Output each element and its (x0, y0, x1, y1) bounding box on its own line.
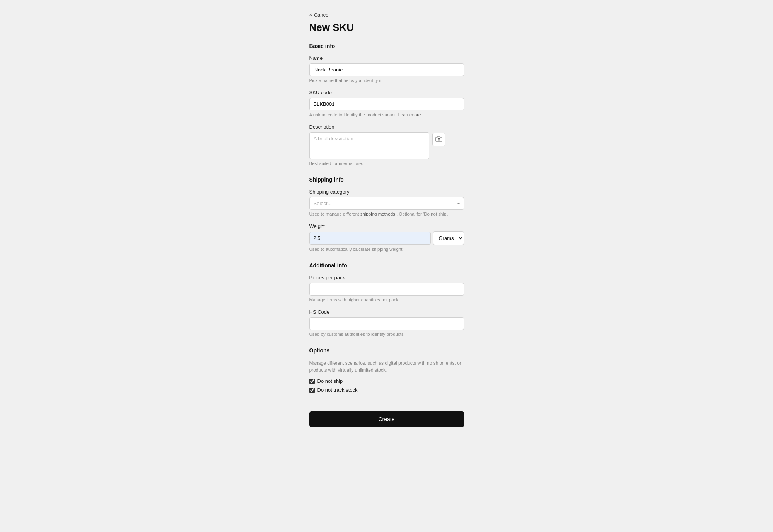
description-textarea[interactable] (309, 132, 429, 159)
description-area (309, 132, 464, 159)
description-label: Description (309, 124, 464, 130)
weight-hint: Used to automatically calculate shipping… (309, 247, 464, 252)
name-field-group: Name Pick a name that helps you identify… (309, 55, 464, 83)
name-input[interactable] (309, 63, 464, 76)
weight-row: Grams Kilograms Ounces Pounds (309, 231, 464, 245)
shipping-hint-suffix: . Optional for 'Do not ship'. (396, 212, 449, 216)
hs-code-label: HS Code (309, 309, 464, 315)
shipping-category-select-wrapper: Select... (309, 197, 464, 210)
description-hint: Best suited for internal use. (309, 161, 464, 166)
pieces-per-pack-label: Pieces per pack (309, 275, 464, 280)
learn-more-link[interactable]: Learn more. (398, 112, 422, 117)
pieces-per-pack-input[interactable] (309, 283, 464, 296)
hs-code-field-group: HS Code Used by customs authorities to i… (309, 309, 464, 337)
page-title: New SKU (309, 22, 464, 34)
do-not-ship-checkbox[interactable] (309, 379, 315, 384)
weight-field-group: Weight Grams Kilograms Ounces Pounds Use… (309, 223, 464, 252)
shipping-category-field-group: Shipping category Select... Used to mana… (309, 189, 464, 216)
options-section: Options Manage different scenarios, such… (309, 347, 464, 393)
options-title: Options (309, 347, 464, 354)
create-button[interactable]: Create (309, 411, 464, 427)
weight-input[interactable] (309, 232, 431, 245)
additional-info-section: Additional info Pieces per pack Manage i… (309, 262, 464, 337)
basic-info-title: Basic info (309, 43, 464, 49)
weight-unit-select[interactable]: Grams Kilograms Ounces Pounds (433, 231, 464, 245)
options-description: Manage different scenarios, such as digi… (309, 360, 464, 374)
do-not-track-stock-label[interactable]: Do not track stock (317, 387, 358, 393)
shipping-info-section: Shipping info Shipping category Select..… (309, 177, 464, 252)
name-hint: Pick a name that helps you identify it. (309, 78, 464, 83)
shipping-hint-prefix: Used to manage different (309, 212, 359, 216)
sku-hint-prefix: A unique code to identify the product va… (309, 112, 397, 117)
sku-code-field-group: SKU code A unique code to identify the p… (309, 90, 464, 117)
close-icon: × (309, 12, 312, 18)
do-not-ship-group: Do not ship (309, 378, 464, 384)
additional-info-title: Additional info (309, 262, 464, 269)
sku-code-hint: A unique code to identify the product va… (309, 112, 464, 117)
name-label: Name (309, 55, 464, 61)
shipping-category-hint: Used to manage different shipping method… (309, 212, 464, 216)
do-not-track-stock-checkbox[interactable] (309, 388, 315, 393)
shipping-category-label: Shipping category (309, 189, 464, 195)
cancel-label: Cancel (314, 12, 329, 18)
shipping-category-select[interactable]: Select... (309, 197, 464, 210)
camera-button[interactable] (432, 133, 445, 146)
cancel-button[interactable]: × Cancel (309, 12, 464, 18)
svg-point-0 (438, 138, 440, 140)
pieces-per-pack-field-group: Pieces per pack Manage items with higher… (309, 275, 464, 302)
sku-code-input[interactable] (309, 98, 464, 110)
hs-code-hint: Used by customs authorities to identify … (309, 332, 464, 337)
pieces-per-pack-hint: Manage items with higher quantities per … (309, 297, 464, 302)
shipping-info-title: Shipping info (309, 177, 464, 183)
do-not-track-stock-group: Do not track stock (309, 387, 464, 393)
hs-code-input[interactable] (309, 317, 464, 330)
sku-code-label: SKU code (309, 90, 464, 95)
camera-icon (435, 136, 442, 143)
weight-label: Weight (309, 223, 464, 229)
do-not-ship-label[interactable]: Do not ship (317, 378, 343, 384)
shipping-methods-link[interactable]: shipping methods (360, 212, 395, 216)
basic-info-section: Basic info Name Pick a name that helps y… (309, 43, 464, 166)
description-field-group: Description Best suited for internal use… (309, 124, 464, 166)
